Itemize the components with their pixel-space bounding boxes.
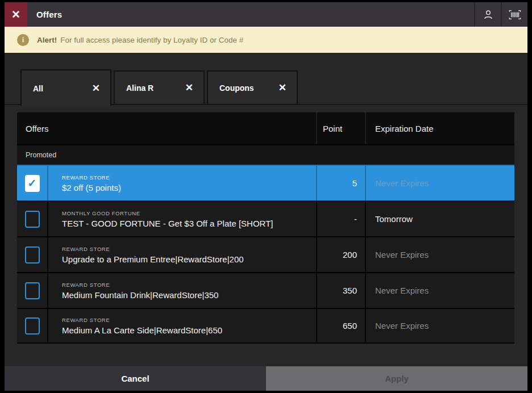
checkbox-cell (17, 273, 48, 308)
offer-checkbox[interactable] (25, 246, 40, 264)
column-header-offers: Offers (17, 112, 316, 144)
offer-checkbox[interactable] (25, 282, 40, 299)
action-bar: Cancel Apply (5, 366, 527, 391)
expiration-text: Never Expires (375, 178, 429, 188)
offer-checkbox[interactable]: ✓ (25, 175, 40, 192)
offer-category: REWARD STORE (62, 174, 316, 181)
offer-expiration: Never Expires (365, 309, 514, 342)
offers-table: Offers Point Expiration Date Promoted ✓R… (17, 112, 514, 344)
offer-expiration: Never Expires (365, 273, 514, 308)
offer-cell: MONTHLY GOOD FORTUNETEST - GOOD FORTUNE … (48, 202, 316, 236)
expiration-text: Never Expires (375, 250, 429, 260)
tab-coupons[interactable]: Coupons✕ (207, 70, 298, 104)
offer-row[interactable]: ✓REWARD STORE$2 off (5 points)5Never Exp… (17, 165, 514, 200)
content-spacer (5, 344, 527, 366)
offer-expiration: Never Expires (365, 237, 514, 272)
offer-cell: REWARD STOREUpgrade to a Premium Entree|… (48, 237, 316, 272)
offer-row[interactable]: REWARD STOREMedium A La Carte Side|Rewar… (17, 308, 514, 344)
page-title: Offers (27, 2, 62, 27)
offer-title: Upgrade to a Premium Entree|RewardStore|… (62, 254, 316, 264)
offer-point: - (316, 202, 365, 236)
offer-title: TEST - GOOD FORTUNE - Get $3 Off a Plate… (62, 219, 316, 228)
offer-title: Medium A La Carte Side|RewardStore|650 (62, 325, 316, 335)
tab-close-icon[interactable]: ✕ (185, 82, 193, 94)
offer-point: 650 (316, 309, 365, 342)
offers-rows: ✓REWARD STORE$2 off (5 points)5Never Exp… (17, 165, 514, 344)
offer-cell: REWARD STOREMedium Fountain Drink|Reward… (48, 273, 316, 308)
offer-row[interactable]: REWARD STOREMedium Fountain Drink|Reward… (17, 272, 514, 308)
apply-button[interactable]: Apply (266, 366, 527, 391)
filter-tab-bar: All✕Alina R✕Coupons✕ (5, 69, 527, 105)
offer-category: REWARD STORE (62, 317, 316, 323)
alert-body: For full access please identify by Loyal… (60, 36, 243, 44)
tab-close-icon[interactable]: ✕ (279, 82, 286, 94)
close-button[interactable]: ✕ (5, 2, 27, 27)
offer-point: 350 (316, 273, 365, 308)
offer-title: $2 off (5 points) (62, 183, 316, 193)
column-header-point: Point (316, 112, 365, 144)
alert-prefix: Alert! (37, 36, 57, 44)
offer-expiration: Tomorrow (365, 202, 514, 236)
alert-banner: i Alert!For full access please identify … (5, 27, 527, 53)
offer-cell: REWARD STOREMedium A La Carte Side|Rewar… (48, 309, 316, 342)
table-header-row: Offers Point Expiration Date (17, 112, 514, 144)
expiration-text: Never Expires (375, 286, 429, 295)
tab-label: All (33, 84, 43, 93)
offer-category: REWARD STORE (62, 282, 316, 288)
checkbox-cell (17, 237, 48, 272)
topbar-spacer (62, 2, 474, 27)
tab-close-icon[interactable]: ✕ (92, 82, 100, 94)
check-icon: ✓ (28, 177, 37, 190)
checkbox-cell (17, 309, 48, 342)
cancel-button[interactable]: Cancel (5, 366, 266, 391)
offer-category: REWARD STORE (62, 246, 316, 252)
barcode-scan-button[interactable] (502, 2, 527, 27)
section-header-promoted: Promoted (17, 144, 514, 165)
tab-alina-r[interactable]: Alina R✕ (114, 70, 205, 104)
offer-point: 5 (316, 166, 365, 200)
checkbox-cell: ✓ (17, 166, 48, 200)
offer-point: 200 (316, 237, 365, 272)
offer-row[interactable]: MONTHLY GOOD FORTUNETEST - GOOD FORTUNE … (17, 200, 514, 236)
offer-title: Medium Fountain Drink|RewardStore|350 (62, 290, 316, 300)
offers-dialog: ✕ Offers (5, 2, 527, 391)
offer-cell: REWARD STORE$2 off (5 points) (48, 166, 316, 200)
offer-row[interactable]: REWARD STOREUpgrade to a Premium Entree|… (17, 236, 514, 272)
offer-expiration: Never Expires (365, 166, 514, 200)
column-header-expiration: Expiration Date (365, 112, 514, 144)
offer-checkbox[interactable] (25, 211, 40, 228)
user-lookup-button[interactable] (475, 2, 501, 27)
user-icon (482, 9, 494, 21)
alert-message: Alert!For full access please identify by… (37, 36, 243, 44)
barcode-scan-icon (508, 9, 522, 21)
offer-checkbox[interactable] (25, 317, 40, 335)
info-icon: i (17, 34, 29, 46)
close-icon: ✕ (11, 8, 20, 21)
top-bar: ✕ Offers (5, 2, 527, 27)
checkbox-cell (17, 202, 48, 236)
expiration-text: Never Expires (375, 321, 429, 331)
offer-category: MONTHLY GOOD FORTUNE (62, 210, 316, 216)
tab-all[interactable]: All✕ (20, 69, 111, 106)
tab-label: Coupons (219, 83, 254, 93)
expiration-text: Tomorrow (375, 214, 413, 224)
tab-label: Alina R (126, 83, 153, 93)
